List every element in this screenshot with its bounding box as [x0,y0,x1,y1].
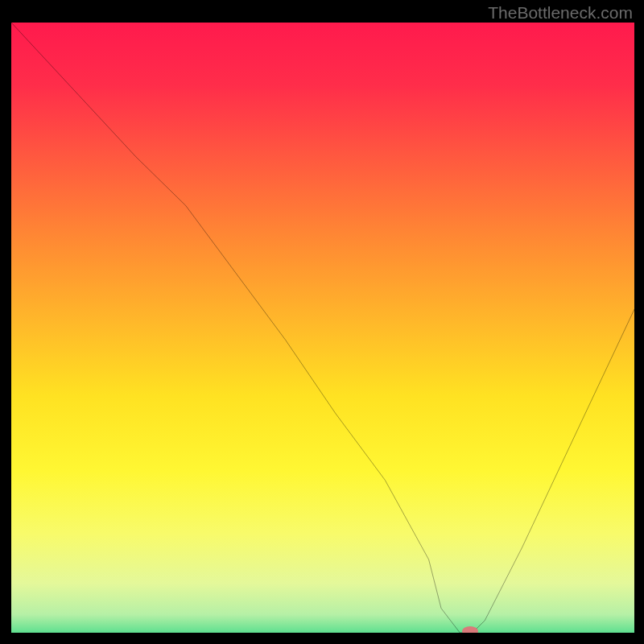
svg-rect-0 [11,23,634,634]
chart-gradient-background [11,23,634,634]
chart-plot-area [10,23,634,634]
chart-marker [461,625,479,634]
svg-point-1 [462,626,478,634]
watermark-text: TheBottleneck.com [488,3,633,23]
